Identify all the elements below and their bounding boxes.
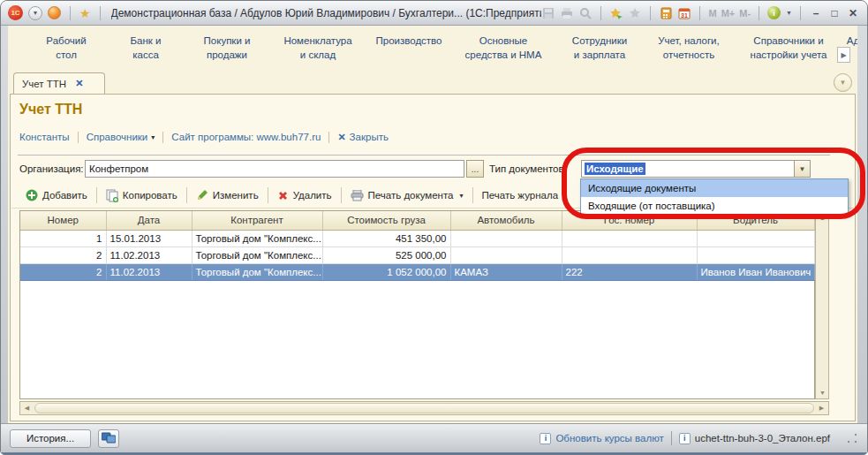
link-constants[interactable]: Константы [19, 132, 78, 142]
link-program-site[interactable]: Сайт программы: www.buh77.ru [163, 132, 328, 142]
content-area: Рабочий стол Банк и касса Покупки и прод… [8, 26, 857, 423]
cell-date: 15.01.2013 [106, 230, 192, 246]
print-icon[interactable] [560, 6, 574, 20]
table-row-selected[interactable]: 2 11.02.2013 Торговый дом "Комплекс... 1… [20, 263, 814, 280]
link-directories[interactable]: Справочники▾ [79, 132, 163, 142]
col-header-contractor[interactable]: Контрагент [192, 211, 322, 230]
svg-text:31: 31 [682, 11, 689, 18]
copy-button[interactable]: Копировать [99, 186, 185, 205]
scroll-down-icon[interactable]: ▼ [816, 386, 829, 398]
tab-close-icon[interactable]: ✕ [75, 78, 83, 89]
table-row[interactable]: 1 15.01.2013 Торговый дом "Комплекс... 4… [20, 230, 814, 246]
print-document-button[interactable]: Печать документа ▾ [343, 186, 471, 205]
cell-driver [697, 246, 814, 263]
nav-tab-label: Основные средства и НМА [465, 35, 542, 60]
favorite-star-disabled-icon[interactable] [628, 6, 642, 20]
cell-driver: Иванов Иван Иванович [697, 263, 814, 280]
section-nav: Рабочий стол Банк и касса Покупки и прод… [8, 26, 857, 72]
divider [70, 6, 71, 20]
nav-tab-desktop[interactable]: Рабочий стол [26, 32, 107, 72]
file-name-label: uchet-ttn-buh-3-0_Эталон.epf [695, 433, 830, 444]
documents-table[interactable]: Номер Дата Контрагент Стоимость груза Ав… [19, 210, 815, 399]
app-logo-icon[interactable]: 1С [8, 5, 23, 20]
window-title: Демонстрационная база / Абдулов Юрий Вла… [111, 7, 542, 19]
status-bar: История... i Обновить курсы валют i uche… [1, 423, 867, 452]
print-preview-icon[interactable] [578, 6, 593, 20]
calculator-icon[interactable] [659, 6, 673, 20]
nav-tab-purchases-sales[interactable]: Покупки и продажи [185, 32, 269, 72]
cell-vehicle: КАМАЗ [450, 263, 562, 280]
tab-uchet-ttn[interactable]: Учет ТТН ✕ [13, 72, 105, 94]
scroll-left-icon[interactable]: ◀ [20, 402, 34, 414]
add-button[interactable]: Добавить [19, 186, 94, 205]
cell-plate: 222 [562, 263, 697, 280]
add-favorite-icon[interactable] [609, 6, 623, 20]
col-header-date[interactable]: Дата [106, 211, 192, 230]
dropdown-option-outgoing[interactable]: Исходящие документы [581, 179, 848, 197]
save-icon[interactable] [541, 6, 555, 20]
nav-tab-production[interactable]: Производство [366, 32, 451, 72]
edit-button[interactable]: Изменить [189, 186, 266, 205]
info-icon[interactable]: i [767, 6, 781, 19]
button-label: Добавить [42, 190, 87, 201]
nav-tab-staff-salary[interactable]: Сотрудники и зарплата [555, 32, 644, 72]
monitors-button[interactable] [98, 429, 119, 448]
favorites-star-icon[interactable]: ★ [79, 7, 91, 19]
button-label: Копировать [123, 190, 177, 201]
memory-plus-button[interactable]: M+ [721, 8, 736, 19]
nav-tab-bank-cash[interactable]: Банк и касса [107, 32, 185, 72]
link-label: Справочники [87, 132, 148, 142]
nav-tab-label: Рабочий стол [46, 35, 86, 60]
nav-tab-directories-settings[interactable]: Справочники и настройки учета [734, 32, 843, 72]
calendar-icon[interactable]: 31 [677, 6, 691, 20]
button-label: Печать журнала [482, 190, 559, 201]
vertical-scrollbar[interactable]: ▲ ▼ [815, 210, 829, 399]
memory-minus-button[interactable]: M- [739, 8, 751, 19]
doc-type-combobox[interactable]: Исходящие ▼ [581, 160, 811, 178]
button-label: Изменить [213, 190, 259, 201]
minimize-button[interactable]: – [809, 7, 823, 19]
title-bar[interactable]: 1С ▼ ★ Демонстрационная база / Абдулов Ю… [1, 1, 867, 26]
resize-grip[interactable] [846, 432, 858, 444]
print-journal-button[interactable]: Печать журнала [475, 186, 566, 205]
table-row[interactable]: 2 11.02.2013 Торговый дом "Комплекс... 5… [20, 246, 814, 263]
organization-lookup-button[interactable]: ... [466, 160, 484, 178]
dropdown-option-incoming[interactable]: Входящие (от поставщика) [581, 197, 848, 215]
doc-type-dropdown-list: Исходящие документы Входящие (от поставщ… [580, 178, 849, 216]
close-button[interactable]: ✕ [846, 7, 860, 19]
nav-tab-nomenclature-warehouse[interactable]: Номенклатура и склад [269, 32, 366, 72]
memory-recall-button[interactable]: M [708, 8, 716, 19]
nav-tab-fixed-assets[interactable]: Основные средства и НМА [451, 32, 555, 72]
nav-tab-label: Производство [376, 35, 442, 46]
info-caret-icon[interactable]: ▼ [786, 10, 792, 16]
delete-x-icon [277, 190, 289, 201]
cell-number: 2 [20, 246, 106, 263]
delete-button[interactable]: Удалить [270, 186, 339, 205]
main-menu-chevron-icon[interactable]: ▼ [28, 6, 42, 20]
col-header-number[interactable]: Номер [20, 211, 106, 230]
nav-tab-accounting-taxes[interactable]: Учет, налоги, отчетность [644, 32, 734, 72]
update-rates-link[interactable]: i Обновить курсы валют [540, 433, 663, 444]
chevron-down-icon: ▾ [151, 133, 155, 141]
nav-tab-label: Сотрудники и зарплата [572, 35, 627, 60]
col-header-cost[interactable]: Стоимость груза [322, 211, 450, 230]
col-header-vehicle[interactable]: Автомобиль [450, 211, 562, 230]
button-label: Печать документа [368, 190, 454, 201]
nav-scroll-right-button[interactable]: ▶ [837, 47, 850, 63]
external-file-item[interactable]: i uchet-ttn-buh-3-0_Эталон.epf [679, 433, 830, 444]
history-button[interactable]: История... [10, 429, 91, 448]
scrollbar-thumb[interactable] [34, 403, 814, 413]
divider [600, 6, 601, 20]
organization-input[interactable]: Конфетпром [85, 160, 464, 178]
tab-list-chevron-button[interactable]: ▼ [834, 73, 852, 92]
service-orange-icon[interactable] [48, 6, 61, 19]
cell-contractor: Торговый дом "Комплекс... [192, 230, 322, 246]
horizontal-scrollbar[interactable]: ◀ ▶ [19, 401, 829, 415]
combo-dropdown-arrow-icon[interactable]: ▼ [794, 161, 810, 177]
divider [472, 187, 473, 203]
link-close[interactable]: ✕Закрыть [329, 132, 396, 143]
scroll-right-icon[interactable]: ▶ [815, 402, 828, 414]
maximize-button[interactable]: □ [827, 7, 842, 19]
link-label: Обновить курсы валют [555, 433, 663, 444]
divider [186, 187, 187, 203]
